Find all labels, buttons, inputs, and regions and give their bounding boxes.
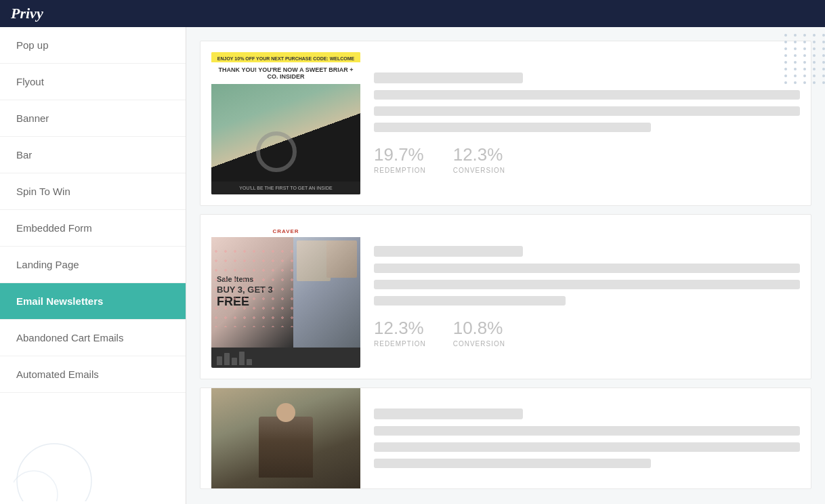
skeleton-line <box>374 296 566 306</box>
sidebar-item-flyout[interactable]: Flyout <box>0 64 186 100</box>
conversion-value: 12.3% <box>453 144 505 165</box>
redemption-label: REDEMPTION <box>374 340 426 348</box>
campaign-image <box>211 84 360 182</box>
skeleton-line <box>374 106 800 116</box>
campaign-image <box>211 387 360 489</box>
skeleton-line <box>374 123 651 132</box>
redemption-label: REDEMPTION <box>374 167 426 174</box>
skeleton-title <box>374 246 523 257</box>
sidebar-item-abandoned-cart-emails[interactable]: Abandoned Cart Emails <box>0 320 186 356</box>
redemption-value: 19.7% <box>374 144 426 165</box>
conversion-stat: 12.3% CONVERSION <box>453 144 505 174</box>
stats-row: 12.3% REDEMPTION 10.8% CONVERSION <box>374 318 800 348</box>
campaign-brand-name: CRAVER <box>211 226 360 237</box>
campaign-info <box>374 408 800 468</box>
campaign-card: BORN GEAR FITNESS APPAREL <box>200 387 811 489</box>
skeleton-line <box>374 90 800 100</box>
sidebar-item-bar[interactable]: Bar <box>0 137 186 173</box>
sidebar-item-automated-emails[interactable]: Automated Emails <box>0 356 186 393</box>
campaign-bottom-bar <box>211 348 360 368</box>
skeleton-line <box>374 280 800 289</box>
skeleton-line <box>374 459 651 468</box>
skeleton-line <box>374 442 800 452</box>
skeleton-line <box>374 264 800 273</box>
conversion-label: CONVERSION <box>453 340 505 348</box>
top-navigation: Privy <box>0 0 825 27</box>
campaign-left-panel: Sale Items BUY 3, GET 3 FREE <box>211 237 293 348</box>
campaign-info: 19.7% REDEMPTION 12.3% CONVERSION <box>374 72 800 174</box>
redemption-stat: 19.7% REDEMPTION <box>374 144 426 174</box>
content-area: ENJOY 10% OFF YOUR NEXT PURCHASE CODE: W… <box>186 27 825 504</box>
stats-row: 19.7% REDEMPTION 12.3% CONVERSION <box>374 144 800 174</box>
campaign-card: CRAVER Sale Items BUY 3, GET 3 FREE <box>200 214 811 379</box>
campaign-thumbnail: CRAVER Sale Items BUY 3, GET 3 FREE <box>211 226 360 368</box>
campaign-thumbnail: ENJOY 10% OFF YOUR NEXT PURCHASE CODE: W… <box>211 52 360 194</box>
conversion-value: 10.8% <box>453 318 505 339</box>
sidebar-item-spin-to-win[interactable]: Spin To Win <box>0 173 186 210</box>
redemption-value: 12.3% <box>374 318 426 339</box>
skeleton-title <box>374 72 523 83</box>
campaign-thumbnail: BORN GEAR FITNESS APPAREL <box>211 387 360 489</box>
campaign-bottom-text: YOU'LL BE THE FIRST TO GET AN INSIDE <box>211 182 360 194</box>
campaign-banner-text: ENJOY 10% OFF YOUR NEXT PURCHASE CODE: W… <box>211 52 360 62</box>
campaign-main-text: THANK YOU! YOU'RE NOW A SWEET BRIAR + CO… <box>211 62 360 84</box>
sidebar-item-popup[interactable]: Pop up <box>0 27 186 64</box>
sidebar-item-email-newsletters[interactable]: Email Newsletters <box>0 283 186 320</box>
sidebar-item-embedded-form[interactable]: Embedded Form <box>0 210 186 247</box>
skeleton-title <box>374 408 523 419</box>
campaign-body: Sale Items BUY 3, GET 3 FREE <box>211 237 360 348</box>
conversion-stat: 10.8% CONVERSION <box>453 318 505 348</box>
app-logo: Privy <box>11 5 43 22</box>
conversion-label: CONVERSION <box>453 167 505 174</box>
campaign-card: ENJOY 10% OFF YOUR NEXT PURCHASE CODE: W… <box>200 41 811 206</box>
skeleton-line <box>374 426 800 436</box>
main-layout: Pop up Flyout Banner Bar Spin To Win Emb… <box>0 27 825 504</box>
sidebar-item-banner[interactable]: Banner <box>0 100 186 137</box>
campaign-info: 12.3% REDEMPTION 10.8% CONVERSION <box>374 246 800 348</box>
sidebar-item-landing-page[interactable]: Landing Page <box>0 247 186 283</box>
redemption-stat: 12.3% REDEMPTION <box>374 318 426 348</box>
campaign-right-panel <box>293 237 360 348</box>
sidebar: Pop up Flyout Banner Bar Spin To Win Emb… <box>0 27 186 504</box>
